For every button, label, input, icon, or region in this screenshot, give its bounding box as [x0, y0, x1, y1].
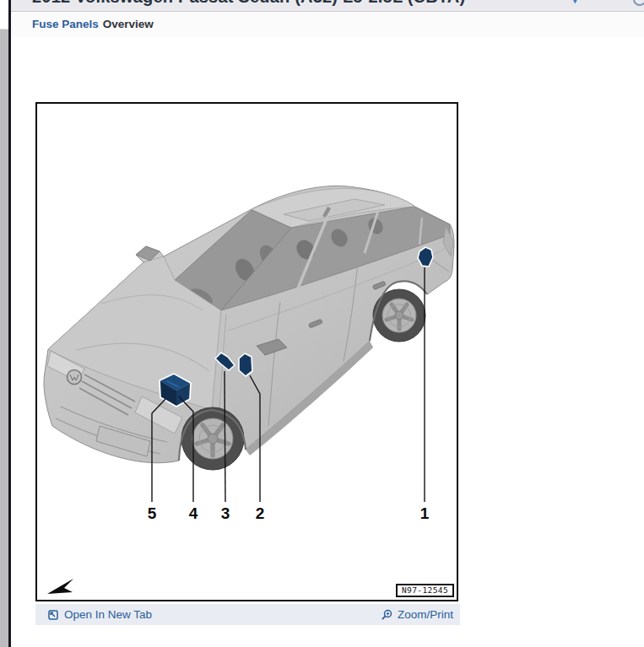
- viewer-toolbar: Open In New Tab Zoom/Print: [35, 604, 460, 625]
- open-in-new-tab-icon: [47, 609, 59, 621]
- vehicle-title-bar: 2012 Volkswagen Passat Sedan (A32) L5-2.…: [11, 0, 644, 12]
- callout-number-5: 5: [148, 504, 157, 522]
- open-in-new-tab-link[interactable]: Open In New Tab: [47, 608, 152, 621]
- vehicle-title: 2012 Volkswagen Passat Sedan (A32) L5-2.…: [32, 0, 644, 5]
- breadcrumb: Fuse PanelsOverview: [11, 12, 644, 37]
- left-scrollbar[interactable]: [0, 0, 8, 647]
- direction-of-travel-arrow-icon: [47, 579, 73, 594]
- zoom-print-label: Zoom/Print: [398, 608, 453, 621]
- open-in-new-tab-label: Open In New Tab: [64, 608, 152, 621]
- callout-number-2: 2: [256, 504, 265, 522]
- toolbar-icon-fragment: ▾: [572, 0, 578, 6]
- breadcrumb-link-fuse-panels[interactable]: Fuse Panels: [32, 18, 99, 30]
- vw-badge: [68, 370, 82, 385]
- breadcrumb-current-overview: Overview: [103, 18, 154, 30]
- zoom-magnifier-plus-icon: [381, 609, 392, 621]
- app-window: 2012 Volkswagen Passat Sedan (A32) L5-2.…: [0, 0, 644, 647]
- fuse-panel-marker-2: [239, 353, 252, 376]
- callout-number-1: 1: [420, 504, 430, 522]
- callout-number-3: 3: [221, 504, 230, 522]
- fuse-location-diagram: 5 4 3 2 1: [37, 104, 457, 600]
- callout-line-3: [225, 371, 225, 502]
- car-illustration: [44, 186, 454, 470]
- zoom-print-link[interactable]: Zoom/Print: [381, 608, 453, 621]
- callout-number-4: 4: [189, 504, 198, 522]
- front-wheel: [181, 407, 244, 470]
- fuse-location-figure: 5 4 3 2 1 N97-12545: [35, 102, 458, 601]
- figure-reference-label: N97-12545: [396, 584, 454, 597]
